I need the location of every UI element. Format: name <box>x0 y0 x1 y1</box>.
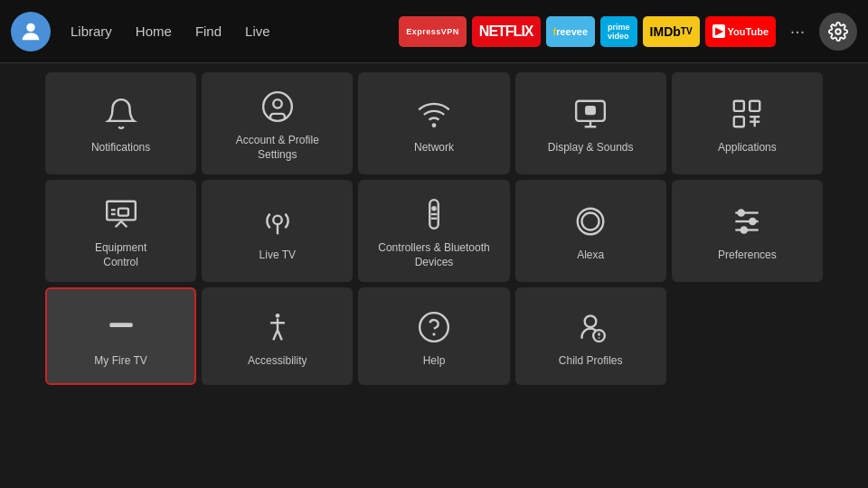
sliders-icon <box>727 202 767 241</box>
top-navigation: Library Home Find Live ExpressVPN NETFLI… <box>0 0 868 63</box>
svg-rect-9 <box>734 101 744 111</box>
child-profiles-icon <box>571 307 610 347</box>
user-circle-icon <box>258 87 297 127</box>
accessibility-icon <box>258 307 297 347</box>
apps-icon <box>727 94 767 134</box>
grid-item-display-sounds[interactable]: Display & Sounds <box>515 72 666 174</box>
svg-rect-8 <box>586 107 595 114</box>
app-imdb[interactable]: IMDb TV <box>643 16 700 47</box>
svg-rect-33 <box>109 323 132 327</box>
app-youtube[interactable]: ▶YouTube <box>705 16 776 47</box>
settings-button[interactable] <box>819 13 857 51</box>
svg-line-38 <box>278 330 282 340</box>
remote-icon <box>414 194 454 234</box>
grid-item-alexa[interactable]: Alexa <box>515 180 666 282</box>
nav-home[interactable]: Home <box>127 18 181 44</box>
grid-label-accessibility: Accessibility <box>248 354 307 369</box>
grid-item-my-fire-tv[interactable]: My Fire TV <box>45 287 196 385</box>
grid-label-account-profile: Account & ProfileSettings <box>236 134 319 162</box>
svg-point-0 <box>26 23 34 31</box>
grid-label-notifications: Notifications <box>91 141 150 155</box>
grid-label-network: Network <box>414 141 454 155</box>
settings-grid-container: Notifications Account & ProfileSettings … <box>0 63 868 394</box>
app-prime[interactable]: primevideo <box>600 16 637 47</box>
settings-grid: Notifications Account & ProfileSettings … <box>45 72 823 385</box>
user-avatar[interactable] <box>11 12 51 52</box>
grid-label-alexa: Alexa <box>577 249 604 263</box>
svg-point-26 <box>582 212 599 230</box>
grid-item-applications[interactable]: Applications <box>672 72 823 174</box>
nav-live[interactable]: Live <box>236 18 279 44</box>
app-container: Library Home Find Live ExpressVPN NETFLI… <box>0 0 868 394</box>
grid-label-live-tv: Live TV <box>259 249 296 263</box>
grid-label-applications: Applications <box>718 141 777 155</box>
svg-point-28 <box>739 210 744 215</box>
wifi-icon <box>414 94 454 134</box>
grid-item-network[interactable]: Network <box>358 72 509 174</box>
svg-point-44 <box>599 337 600 339</box>
svg-rect-18 <box>118 209 127 216</box>
svg-point-39 <box>420 313 448 342</box>
svg-point-34 <box>275 314 279 318</box>
display-icon <box>571 94 610 134</box>
more-apps-button[interactable]: ··· <box>781 15 814 48</box>
grid-item-preferences[interactable]: Preferences <box>672 180 823 282</box>
nav-links: Library Home Find Live <box>61 18 279 44</box>
monitor-icon <box>101 194 141 234</box>
grid-label-display-sounds: Display & Sounds <box>548 141 634 155</box>
antenna-icon <box>258 202 297 241</box>
svg-rect-11 <box>734 117 744 127</box>
grid-item-live-tv[interactable]: Live TV <box>202 180 353 282</box>
grid-label-preferences: Preferences <box>718 249 777 263</box>
grid-item-help[interactable]: Help <box>358 287 509 385</box>
grid-item-controllers-bluetooth[interactable]: Controllers & BluetoothDevices <box>358 180 509 282</box>
nav-find[interactable]: Find <box>186 18 231 44</box>
svg-point-30 <box>750 219 756 224</box>
svg-rect-15 <box>107 202 136 221</box>
svg-point-1 <box>835 29 841 34</box>
svg-rect-10 <box>750 101 760 111</box>
firetv-icon <box>101 307 141 347</box>
grid-label-child-profiles: Child Profiles <box>559 354 623 369</box>
svg-point-41 <box>585 315 597 327</box>
grid-label-equipment-control: EquipmentControl <box>95 241 146 269</box>
svg-point-2 <box>263 92 292 121</box>
svg-point-32 <box>741 227 747 232</box>
grid-label-help: Help <box>423 354 446 369</box>
grid-item-equipment-control[interactable]: EquipmentControl <box>45 180 196 282</box>
app-freevee[interactable]: freevee <box>546 16 596 47</box>
grid-item-accessibility[interactable]: Accessibility <box>202 287 353 385</box>
grid-item-account-profile[interactable]: Account & ProfileSettings <box>202 72 353 174</box>
svg-point-22 <box>432 207 435 210</box>
svg-point-3 <box>273 99 282 108</box>
app-shortcuts: ExpressVPN NETFLIX freevee primevideo IM… <box>399 13 857 51</box>
bell-icon <box>101 94 141 134</box>
nav-library[interactable]: Library <box>61 18 121 44</box>
help-icon <box>414 307 454 347</box>
grid-label-my-fire-tv: My Fire TV <box>94 354 146 369</box>
grid-label-controllers-bluetooth: Controllers & BluetoothDevices <box>378 241 489 269</box>
alexa-icon <box>571 202 610 241</box>
grid-item-notifications[interactable]: Notifications <box>45 72 196 174</box>
grid-item-child-profiles[interactable]: Child Profiles <box>515 287 666 385</box>
app-expressvpn[interactable]: ExpressVPN <box>399 16 467 47</box>
app-netflix[interactable]: NETFLIX <box>472 16 541 47</box>
svg-line-37 <box>273 330 278 340</box>
svg-point-19 <box>273 216 282 225</box>
